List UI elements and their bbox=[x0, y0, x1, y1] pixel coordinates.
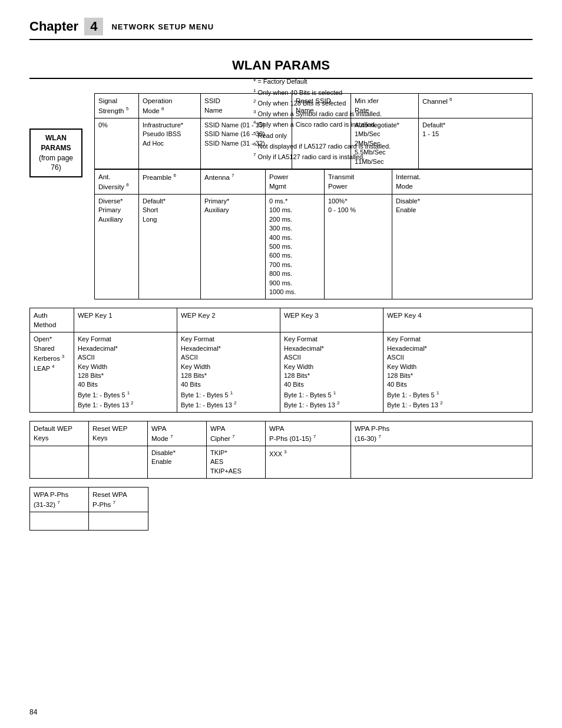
section1-table: SignalStrength 5 OperationMode 6 SSIDNam… bbox=[94, 93, 533, 169]
chapter-label: Chapter bbox=[29, 19, 78, 34]
cell-min-xfer-value: Auto-negotiate*1Mb/Sec2Mb/Sec5.5Mb/Sec11… bbox=[351, 118, 419, 169]
cell-reset-ssid-header: Reset SSIDName bbox=[292, 94, 351, 118]
section5-table: WPA P-Phs(31-32) 7 Reset WPAP-Phs 7 bbox=[29, 487, 148, 531]
cell-reset-wep-header: Reset WEPKeys bbox=[89, 421, 148, 446]
section4-table: Default WEPKeys Reset WEPKeys WPAMode 7 … bbox=[29, 421, 533, 479]
cell-wep4-header: WEP Key 4 bbox=[384, 308, 487, 332]
cell-ant-diversity-header: Ant. Diversity 6 bbox=[95, 170, 139, 194]
cell-auth-method-header: AuthMethod bbox=[30, 308, 74, 332]
cell-antenna-header: Antenna 7 bbox=[201, 170, 266, 194]
diagram: WLANPARAMS(from page 76) SignalStrength … bbox=[29, 93, 533, 531]
cell-signal-strength-header: SignalStrength 5 bbox=[95, 94, 139, 118]
cell-wpa-pphs-1630-value bbox=[351, 446, 428, 478]
cell-wpa-cipher-value: TKIP*AESTKIP+AES bbox=[207, 446, 266, 478]
cell-wep2-header: WEP Key 2 bbox=[177, 308, 280, 332]
cell-reset-wep-value bbox=[89, 446, 148, 478]
cell-wpa-mode-header: WPAMode 7 bbox=[148, 421, 207, 446]
cell-default-wep-header: Default WEPKeys bbox=[30, 421, 89, 446]
cell-channel-value: Default*1 - 15 bbox=[419, 118, 478, 169]
cell-wpa-pphs-3132-value bbox=[30, 512, 89, 530]
cell-power-mgmt-header: PowerMgmt bbox=[266, 170, 325, 194]
section4-header-row: Default WEPKeys Reset WEPKeys WPAMode 7 … bbox=[30, 421, 532, 446]
legend-line-1: * = Factory Default bbox=[253, 77, 391, 87]
cell-internat-mode-value: Disable*Enable bbox=[392, 195, 478, 299]
cell-wpa-mode-value: Disable*Enable bbox=[148, 446, 207, 478]
section2-values-row: Diverse*PrimaryAuxiliary Default*ShortLo… bbox=[95, 195, 532, 299]
cell-channel-header: Channel 6 bbox=[419, 94, 478, 118]
cell-wpa-pphs-0115-header: WPAP-Phs (01-15) 7 bbox=[266, 421, 351, 446]
section2: Ant. Diversity 6 Preamble 6 Antenna 7 Po… bbox=[94, 169, 533, 299]
cell-wep3-header: WEP Key 3 bbox=[280, 308, 384, 332]
cell-signal-strength-value: 0% bbox=[95, 118, 139, 169]
chapter-number: 4 bbox=[84, 18, 103, 35]
section3-values-row: Open*SharedKerberos 3LEAP 4 Key FormatHe… bbox=[30, 332, 532, 411]
cell-wep1-header: WEP Key 1 bbox=[74, 308, 177, 332]
section1-header-row: SignalStrength 5 OperationMode 6 SSIDNam… bbox=[95, 94, 532, 118]
cell-wpa-pphs-0115-value: XXX 3 bbox=[266, 446, 351, 478]
cell-preamble-value: Default*ShortLong bbox=[139, 195, 201, 299]
cell-reset-ssid-value bbox=[292, 118, 351, 169]
cell-transmit-power-value: 100%*0 - 100 % bbox=[325, 195, 392, 299]
section5-header-row: WPA P-Phs(31-32) 7 Reset WPAP-Phs 7 bbox=[30, 487, 148, 512]
section5: WPA P-Phs(31-32) 7 Reset WPAP-Phs 7 bbox=[29, 487, 533, 531]
cell-wep4-value: Key FormatHexadecimal*ASCIIKey Width128 … bbox=[384, 332, 487, 411]
cell-reset-wpa-pphs-header: Reset WPAP-Phs 7 bbox=[89, 487, 148, 512]
cell-wpa-cipher-header: WPACipher 7 bbox=[207, 421, 266, 446]
cell-power-mgmt-value: 0 ms.*100 ms.200 ms.300 ms.400 ms.500 ms… bbox=[266, 195, 325, 299]
section3-header-row: AuthMethod WEP Key 1 WEP Key 2 WEP Key 3… bbox=[30, 308, 532, 332]
cell-wpa-pphs-1630-header: WPA P-Phs(16-30) 7 bbox=[351, 421, 428, 446]
section1-values-row: 0% Infrastructure*Pseudo IBSSAd Hoc SSID… bbox=[95, 118, 532, 169]
cell-wep2-value: Key FormatHexadecimal*ASCIIKey Width128 … bbox=[177, 332, 280, 411]
page-title: WLAN PARAMS bbox=[29, 58, 533, 79]
cell-ant-diversity-value: Diverse*PrimaryAuxiliary bbox=[95, 195, 139, 299]
section1: SignalStrength 5 OperationMode 6 SSIDNam… bbox=[94, 93, 533, 169]
cell-internat-mode-header: Internat.Mode bbox=[392, 170, 478, 194]
cell-wep1-value: Key FormatHexadecimal*ASCIIKey Width128 … bbox=[74, 332, 177, 411]
section3-table: AuthMethod WEP Key 1 WEP Key 2 WEP Key 3… bbox=[29, 308, 533, 413]
cell-auth-method-value: Open*SharedKerberos 3LEAP 4 bbox=[30, 332, 74, 411]
wlan-params-line1: WLANPARAMS(from page 76) bbox=[39, 134, 73, 172]
cell-preamble-header: Preamble 6 bbox=[139, 170, 201, 194]
wlan-params-label-box: WLANPARAMS(from page 76) bbox=[29, 129, 82, 177]
cell-reset-wpa-pphs-value bbox=[89, 512, 148, 530]
header-title: NETWORK SETUP MENU bbox=[111, 22, 214, 31]
cell-min-xfer-header: Min xferRate bbox=[351, 94, 419, 118]
cell-ssid-name-header: SSIDName bbox=[201, 94, 292, 118]
cell-wpa-pphs-3132-header: WPA P-Phs(31-32) 7 bbox=[30, 487, 89, 512]
cell-antenna-value: Primary*Auxiliary bbox=[201, 195, 266, 299]
section2-table: Ant. Diversity 6 Preamble 6 Antenna 7 Po… bbox=[94, 169, 533, 299]
cell-ssid-name-value: SSID Name (01 - 15)SSID Name (16 - 30)SS… bbox=[201, 118, 292, 169]
section4-values-row: Disable*Enable TKIP*AESTKIP+AES XXX 3 bbox=[30, 446, 532, 478]
cell-operation-mode-header: OperationMode 6 bbox=[139, 94, 201, 118]
cell-operation-mode-value: Infrastructure*Pseudo IBSSAd Hoc bbox=[139, 118, 201, 169]
cell-wep3-value: Key FormatHexadecimal*ASCIIKey Width128 … bbox=[280, 332, 384, 411]
cell-default-wep-value bbox=[30, 446, 89, 478]
section2-header-row: Ant. Diversity 6 Preamble 6 Antenna 7 Po… bbox=[95, 170, 532, 195]
page-number: 84 bbox=[29, 708, 37, 716]
page: Chapter 4 NETWORK SETUP MENU WLAN PARAMS… bbox=[0, 0, 562, 728]
section3: AuthMethod WEP Key 1 WEP Key 2 WEP Key 3… bbox=[29, 308, 533, 413]
cell-transmit-power-header: TransmitPower bbox=[325, 170, 392, 194]
section5-values-row bbox=[30, 512, 148, 530]
page-header: Chapter 4 NETWORK SETUP MENU bbox=[29, 18, 533, 40]
section4: Default WEPKeys Reset WEPKeys WPAMode 7 … bbox=[29, 421, 533, 479]
